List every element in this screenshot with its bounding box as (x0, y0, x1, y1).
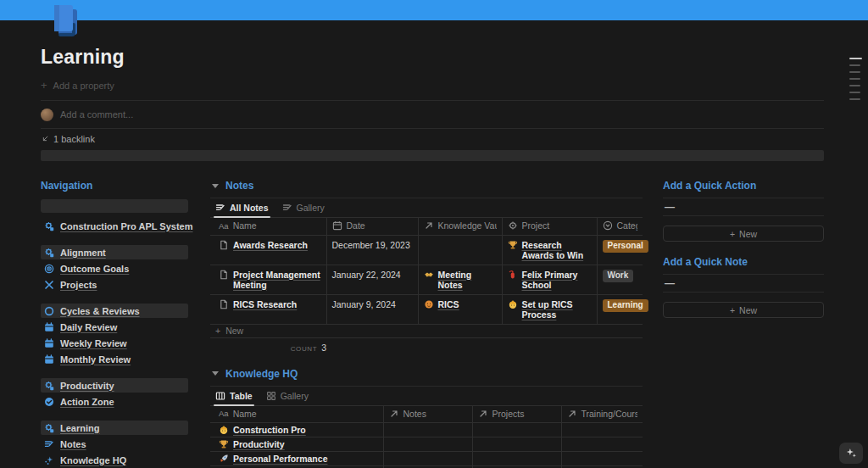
collapsed-block[interactable] (41, 150, 824, 161)
list-pencil-icon (44, 439, 54, 449)
sidebar-item-daily-review[interactable]: Daily Review (41, 320, 188, 334)
tab-label: Table (230, 391, 253, 401)
sidebar-item-weekly-review[interactable]: Weekly Review (41, 336, 188, 350)
tab-all-notes[interactable]: All Notes (215, 198, 269, 217)
calendar-icon (44, 354, 54, 365)
column-header-name[interactable]: AaName (210, 406, 383, 423)
notes-cell[interactable] (383, 452, 472, 466)
name-cell[interactable]: Awards Research (210, 235, 326, 265)
sidebar-item-notes[interactable]: Notes (41, 437, 188, 451)
sidebar-item-monthly-review[interactable]: Monthly Review (41, 352, 188, 366)
sidebar-item-productivity[interactable]: Productivity (41, 378, 188, 393)
quick-note-section: Add a Quick Note — + New (663, 256, 824, 318)
name-cell[interactable]: Construction Pro (210, 423, 383, 437)
knowledge-hq-section-title[interactable]: Knowledge HQ (225, 368, 298, 380)
column-header-knowledge-vault[interactable]: Knowledge Vault (418, 218, 502, 235)
sidebar-item-cycles-reviews[interactable]: Cycles & Reviews (41, 304, 188, 318)
knowledge-view-tabs: Table Gallery (210, 387, 643, 406)
user-avatar (41, 109, 53, 121)
name-cell[interactable]: Personal Performance (210, 452, 383, 466)
name-cell[interactable]: RICS Research (210, 294, 326, 324)
add-property-button[interactable]: + Add a property (41, 79, 824, 92)
column-header-notes[interactable]: Notes (383, 406, 472, 423)
table-count: COUNT 3 (210, 338, 326, 354)
knowledge-vault-cell[interactable] (418, 235, 502, 265)
fire-extinguisher-icon (508, 270, 518, 280)
table-row: Awards Research December 19, 2023 Resear… (210, 235, 643, 265)
gallery-view-icon (266, 391, 276, 401)
date-cell[interactable]: December 19, 2023 (326, 235, 418, 265)
tab-gallery[interactable]: Gallery (266, 387, 309, 405)
project-cell[interactable]: Set up RICS Process (502, 294, 597, 324)
comment-input[interactable]: Add a comment... (41, 108, 824, 121)
backlink-toggle[interactable]: 1 backlink (41, 134, 824, 144)
sidebar-item-label: Productivity (60, 381, 114, 391)
sidebar-item-outcome-goals[interactable]: Outcome Goals (41, 261, 188, 276)
toggle-triangle-icon[interactable] (212, 184, 219, 188)
table-row: Project Management Meeting January 22, 2… (210, 265, 643, 294)
comment-placeholder: Add a comment... (60, 109, 133, 120)
handshake-icon (424, 270, 434, 280)
sidebar-item-action-zone[interactable]: Action Zone (41, 394, 188, 409)
training-cell[interactable] (561, 452, 643, 466)
training-cell[interactable] (561, 437, 643, 452)
column-header-name[interactable]: AaName (210, 218, 326, 235)
tab-table[interactable]: Table (215, 387, 253, 405)
empty-value: — (663, 275, 824, 292)
system-gear-icon (44, 221, 54, 231)
text-type-icon: Aa (219, 409, 229, 418)
crossed-lines-icon (44, 280, 54, 290)
sidebar-item-construction-pro-apl-system[interactable]: Construction Pro APL System (41, 219, 188, 233)
notes-section-title[interactable]: Notes (225, 180, 253, 192)
projects-cell[interactable] (472, 452, 561, 466)
new-row-button[interactable]: + New (210, 325, 643, 338)
date-cell[interactable]: January 22, 2024 (326, 265, 418, 294)
column-header-training-courses[interactable]: Training/Courses (561, 406, 643, 423)
sidebar-item-alignment[interactable]: Alignment (41, 245, 188, 259)
page-title[interactable]: Learning (41, 46, 824, 68)
toggle-triangle-icon[interactable] (212, 371, 219, 376)
quick-action-new-button[interactable]: + New (663, 226, 824, 242)
backlink-label: 1 backlink (53, 134, 95, 144)
sidebar-item-label: Notes (60, 439, 86, 449)
column-header-date[interactable]: Date (326, 218, 418, 235)
quick-note-new-button[interactable]: + New (663, 302, 824, 318)
name-cell[interactable]: Project Management Meeting (210, 265, 326, 294)
project-cell[interactable]: Research Awards to Win (502, 235, 597, 265)
category-cell[interactable]: Personal (597, 235, 643, 265)
page-outline-indicator[interactable] (849, 58, 862, 100)
knowledge-vault-cell[interactable]: Meeting Notes (418, 265, 502, 294)
notes-cell[interactable] (383, 437, 472, 452)
column-header-category[interactable]: Category (597, 218, 643, 235)
table-row: Productivity (210, 437, 643, 452)
date-cell[interactable]: January 9, 2024 (326, 294, 418, 324)
projects-cell[interactable] (472, 437, 561, 452)
notes-cell[interactable] (383, 423, 472, 437)
sidebar-item-learning[interactable]: Learning (41, 421, 188, 435)
projects-cell[interactable] (472, 423, 561, 437)
knowledge-vault-cell[interactable]: RICS (418, 294, 502, 324)
tab-label: Gallery (297, 203, 325, 213)
category-cell[interactable]: Work (597, 265, 643, 294)
circle-outline-icon (44, 306, 54, 316)
category-cell[interactable]: Learning (597, 294, 643, 324)
sidebar-item-knowledge-hq[interactable]: Knowledge HQ (41, 453, 188, 467)
name-cell[interactable]: Productivity (210, 437, 383, 452)
sidebar-item-label: Weekly Review (60, 338, 127, 348)
rocket-icon (219, 454, 229, 464)
column-header-projects[interactable]: Projects (472, 406, 561, 423)
blue-book-page-icon[interactable] (48, 4, 82, 40)
column-header-project[interactable]: Project (502, 218, 597, 235)
empty-nav-block[interactable] (41, 199, 188, 213)
add-property-label: Add a property (53, 81, 114, 91)
sidebar-item-projects[interactable]: Projects (41, 277, 188, 292)
table-row: Construction Pro (210, 423, 643, 437)
plus-icon: + (41, 79, 47, 92)
page-icon (219, 240, 229, 250)
tab-gallery[interactable]: Gallery (282, 198, 325, 217)
training-cell[interactable] (561, 423, 643, 437)
plus-icon: + (730, 229, 735, 239)
sparkle-fab-button[interactable] (839, 443, 863, 464)
project-cell[interactable]: Felix Primary School (502, 265, 597, 294)
system-gear-icon (44, 248, 54, 258)
